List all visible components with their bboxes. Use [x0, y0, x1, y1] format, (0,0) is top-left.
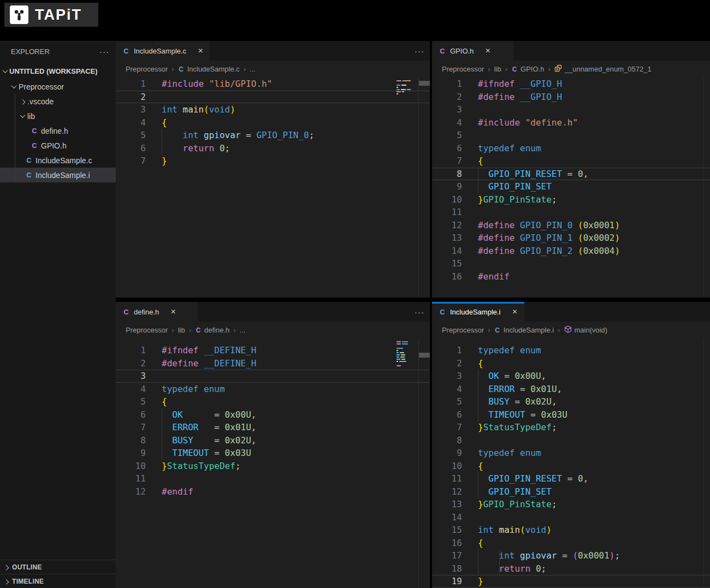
code-line[interactable]: 9 GPIO_PIN_SET: [432, 180, 710, 193]
outline-section-header[interactable]: OUTLINE: [0, 560, 116, 574]
explorer-item-gpio-h[interactable]: CGPIO.h: [0, 138, 116, 153]
breadcrumb-item-preprocessor[interactable]: Preprocessor: [442, 65, 484, 73]
vertical-scrollbar[interactable]: [418, 78, 430, 298]
more-actions-icon[interactable]: ···: [415, 41, 424, 61]
code-editor[interactable]: 1#ifndef __GPIO_H2#define __GPIO_H34#inc…: [432, 78, 710, 298]
code-line[interactable]: 7}StatusTypeDef;: [432, 421, 710, 434]
code-line[interactable]: 15: [432, 257, 710, 270]
minimap[interactable]: [397, 80, 415, 94]
breadcrumb-item-preprocessor[interactable]: Preprocessor: [442, 326, 484, 334]
breadcrumb-item-lib[interactable]: lib: [178, 326, 185, 334]
close-icon[interactable]: ✕: [512, 308, 518, 316]
code-line[interactable]: 11 GPIO_PIN_RESET = 0,: [432, 472, 710, 485]
code-line[interactable]: 1typedef enum: [432, 344, 710, 357]
code-line[interactable]: 6 OK = 0x00U,: [116, 408, 430, 421]
code-line[interactable]: 14: [432, 511, 710, 524]
code-line[interactable]: 18 return 0;: [432, 562, 710, 575]
breadcrumb-item-define-h[interactable]: Cdefine.h: [195, 326, 229, 334]
code-line[interactable]: 5 BUSY = 0x02U,: [432, 395, 710, 408]
breadcrumb-item-preprocessor[interactable]: Preprocessor: [126, 326, 168, 334]
more-actions-icon[interactable]: ···: [415, 302, 424, 322]
vertical-scrollbar[interactable]: [703, 78, 710, 298]
code-line[interactable]: 11: [116, 472, 430, 485]
breadcrumb-item-main-void[interactable]: main(void): [564, 325, 608, 335]
code-editor[interactable]: 1typedef enum2{3 OK = 0x00U,4 ERROR = 0x…: [432, 338, 710, 588]
workspace-root-item[interactable]: UNTITLED (WORKSPACE): [0, 64, 116, 78]
code-line[interactable]: 9 TIMEOUT = 0x03U: [116, 447, 430, 460]
close-icon[interactable]: ✕: [170, 308, 176, 316]
code-line[interactable]: 1#include "lib/GPIO.h": [116, 78, 430, 91]
code-line[interactable]: 13}GPIO_PinState;: [432, 498, 710, 511]
code-line[interactable]: 7}: [116, 155, 430, 168]
code-line[interactable]: 3int main(void): [116, 103, 430, 116]
breadcrumb-item-[interactable]: ...: [240, 326, 246, 334]
breadcrumb-item-preprocessor[interactable]: Preprocessor: [126, 65, 168, 73]
tab-includesample-i[interactable]: CIncludeSample.i✕: [432, 302, 524, 322]
code-line[interactable]: 3 OK = 0x00U,: [432, 370, 710, 383]
scrollbar-thumb[interactable]: [419, 353, 430, 358]
code-line[interactable]: 3: [432, 103, 710, 116]
timeline-section-header[interactable]: TIMELINE: [0, 574, 116, 588]
scrollbar-thumb[interactable]: [419, 81, 430, 86]
explorer-item-vscode[interactable]: .vscode: [0, 94, 116, 109]
breadcrumb-item-unnamed-enum-0572-1[interactable]: __unnamed_enum_0572_1: [554, 64, 652, 74]
code-editor[interactable]: 1#ifndef __DEFINE_H2#define __DEFINE_H34…: [116, 338, 430, 588]
code-line[interactable]: 12#define GPIO_PIN_0 (0x0001): [432, 219, 710, 232]
vertical-scrollbar[interactable]: [703, 338, 710, 588]
code-line[interactable]: 19}: [432, 575, 710, 588]
code-line[interactable]: 2: [116, 91, 430, 104]
close-icon[interactable]: ✕: [485, 47, 490, 55]
breadcrumb-item-gpio-h[interactable]: CGPIO.h: [511, 65, 544, 73]
code-line[interactable]: 10}StatusTypeDef;: [116, 460, 430, 473]
minimap[interactable]: [397, 341, 415, 366]
vertical-scrollbar[interactable]: [418, 338, 430, 588]
code-line[interactable]: 6 TIMEOUT = 0x03U: [432, 408, 710, 421]
code-line[interactable]: 17 int gpiovar = (0x0001);: [432, 549, 710, 562]
code-line[interactable]: 10{: [432, 460, 710, 473]
close-icon[interactable]: ✕: [198, 47, 203, 55]
code-line[interactable]: 12#endif: [116, 485, 430, 498]
code-line[interactable]: 4typedef enum: [116, 383, 430, 396]
code-line[interactable]: 15int main(void): [432, 524, 710, 537]
code-line[interactable]: 10}GPIO_PinState;: [432, 193, 710, 206]
explorer-item-includesample-i[interactable]: CIncludeSample.i: [0, 168, 116, 182]
code-line[interactable]: 3: [116, 370, 430, 383]
code-line[interactable]: 7 ERROR = 0x01U,: [116, 421, 430, 434]
code-line[interactable]: 2{: [432, 357, 710, 370]
code-line[interactable]: 8 BUSY = 0x02U,: [116, 434, 430, 447]
code-line[interactable]: 16{: [432, 537, 710, 550]
code-line[interactable]: 6typedef enum: [432, 142, 710, 155]
code-line[interactable]: 12 GPIO_PIN_SET: [432, 485, 710, 498]
code-line[interactable]: 2#define __DEFINE_H: [116, 357, 430, 370]
code-line[interactable]: 7{: [432, 155, 710, 168]
code-line[interactable]: 4{: [116, 116, 430, 129]
tab-gpio-h[interactable]: CGPIO.h✕: [432, 41, 514, 61]
code-line[interactable]: 8 GPIO_PIN_RESET = 0,: [432, 168, 710, 181]
breadcrumb-item-lib[interactable]: lib: [494, 65, 501, 73]
tab-define-h[interactable]: Cdefine.h✕: [116, 302, 198, 322]
explorer-item-includesample-c[interactable]: CIncludeSample.c: [0, 153, 116, 168]
code-line[interactable]: 14#define GPIO_PIN_2 (0x0004): [432, 245, 710, 258]
code-line[interactable]: 5: [432, 129, 710, 142]
views-and-more-actions-icon[interactable]: ···: [99, 47, 109, 56]
breadcrumb-item-includesample-i[interactable]: CIncludeSample.i: [494, 326, 554, 334]
breadcrumb-item-includesample-c[interactable]: CIncludeSample.c: [178, 65, 240, 73]
code-line[interactable]: 1#ifndef __DEFINE_H: [116, 344, 430, 357]
code-line[interactable]: 11: [432, 206, 710, 219]
explorer-item-define-h[interactable]: Cdefine.h: [0, 123, 116, 138]
explorer-item-preprocessor[interactable]: Preprocessor: [0, 79, 116, 94]
code-editor[interactable]: 1#include "lib/GPIO.h"23int main(void)4{…: [116, 78, 430, 298]
breadcrumb-item-[interactable]: ...: [250, 65, 256, 73]
code-line[interactable]: 1#ifndef __GPIO_H: [432, 78, 710, 91]
explorer-item-lib[interactable]: lib: [0, 109, 116, 123]
code-line[interactable]: 9typedef enum: [432, 447, 710, 460]
code-line[interactable]: 13#define GPIO_PIN_1 (0x0002): [432, 231, 710, 245]
code-line[interactable]: 2#define __GPIO_H: [432, 91, 710, 104]
code-line[interactable]: 8: [432, 434, 710, 447]
code-line[interactable]: 16#endif: [432, 270, 710, 283]
code-line[interactable]: 4 ERROR = 0x01U,: [432, 383, 710, 396]
code-line[interactable]: 5{: [116, 395, 430, 408]
code-line[interactable]: 4#include "define.h": [432, 116, 710, 129]
code-line[interactable]: 5 int gpiovar = GPIO_PIN_0;: [116, 129, 430, 142]
code-line[interactable]: 6 return 0;: [116, 142, 430, 155]
